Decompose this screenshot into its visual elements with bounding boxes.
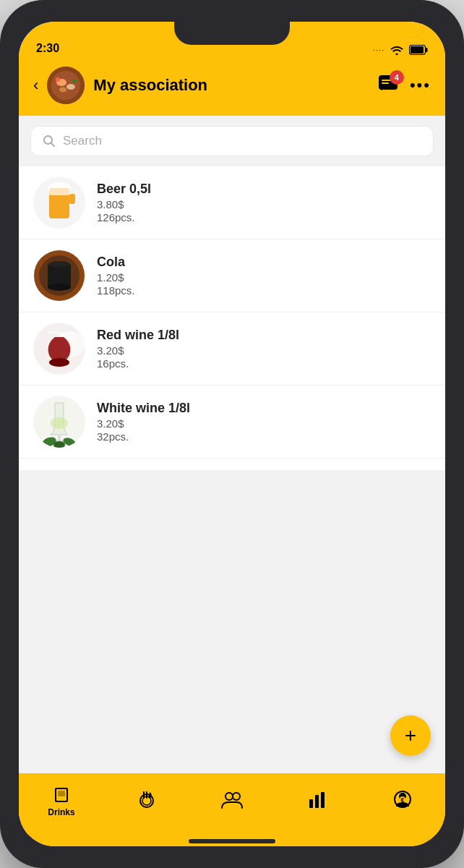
nav-item-stats[interactable] [275, 789, 360, 812]
svg-point-8 [56, 77, 60, 82]
stats-icon [307, 789, 327, 809]
item-price: 3.80$ [97, 198, 431, 210]
signal-dots-icon: ···· [373, 46, 384, 54]
item-name: Beer 0,5l [97, 182, 431, 197]
svg-rect-2 [426, 48, 428, 52]
bottom-navigation: Drinks [19, 773, 445, 846]
phone-screen: 2:30 ···· ‹ [19, 22, 445, 846]
svg-point-28 [49, 358, 69, 367]
search-icon [43, 135, 56, 148]
item-qty: 126pcs. [97, 211, 431, 224]
add-item-button[interactable]: + [390, 715, 431, 756]
list-item[interactable]: Cola 1.20$ 118pcs. [19, 239, 445, 312]
item-info-cola: Cola 1.20$ 118pcs. [97, 255, 431, 297]
svg-rect-19 [69, 194, 75, 204]
svg-text:€: € [400, 796, 404, 804]
svg-point-6 [66, 84, 75, 90]
item-name: Cola [97, 255, 431, 270]
header-title: My association [93, 76, 369, 95]
item-info-red-wine: Red wine 1/8l 3.20$ 16pcs. [97, 328, 431, 370]
battery-icon [409, 45, 428, 55]
status-icons: ···· [373, 45, 428, 55]
nav-item-profile[interactable]: € [360, 789, 445, 812]
nav-label-drinks: Drinks [48, 807, 74, 817]
item-image-cola [33, 250, 85, 302]
notification-badge: 4 [390, 70, 404, 85]
item-image-white-wine [33, 396, 85, 448]
item-qty: 118pcs. [97, 284, 431, 297]
item-qty: 32pcs. [97, 430, 431, 443]
header-actions: 4 ••• [378, 75, 431, 96]
svg-point-4 [51, 71, 80, 100]
header: ‹ My association [19, 59, 445, 116]
content-area: Beer 0,5l 3.80$ 126pcs. [19, 166, 445, 773]
phone-frame: 2:30 ···· ‹ [0, 0, 464, 868]
list-item[interactable]: Beer 0,5l 3.80$ 126pcs. [19, 166, 445, 239]
item-image-beer [33, 176, 85, 229]
back-button[interactable]: ‹ [33, 76, 38, 95]
notch [174, 22, 290, 45]
nav-item-members[interactable] [189, 789, 275, 812]
item-info-beer: Beer 0,5l 3.80$ 126pcs. [97, 182, 431, 224]
svg-point-30 [51, 417, 68, 429]
bottom-nav-bar: Drinks [19, 773, 445, 835]
item-name: Red wine 1/8l [97, 328, 431, 343]
svg-rect-18 [49, 188, 69, 195]
wifi-icon [390, 45, 403, 55]
nav-item-food[interactable] [104, 789, 189, 812]
item-image-red-wine [33, 323, 85, 375]
svg-point-24 [48, 284, 71, 291]
food-icon [137, 789, 157, 809]
item-name: White wine 1/8l [97, 401, 431, 416]
empty-area: + [19, 470, 445, 774]
list-item[interactable]: White wine 1/8l 3.20$ 32pcs. [19, 386, 445, 459]
avatar [47, 67, 85, 104]
svg-point-7 [59, 88, 66, 93]
search-box[interactable]: Search [30, 126, 434, 156]
drinks-icon [51, 784, 72, 804]
svg-point-41 [225, 793, 233, 800]
svg-line-15 [51, 143, 55, 147]
search-container: Search [19, 116, 445, 166]
item-price: 3.20$ [97, 344, 431, 357]
nav-item-drinks[interactable]: Drinks [19, 784, 104, 817]
svg-rect-45 [321, 792, 325, 808]
search-placeholder: Search [63, 134, 102, 148]
item-info-white-wine: White wine 1/8l 3.20$ 32pcs. [97, 401, 431, 443]
svg-rect-13 [382, 82, 389, 84]
more-options-button[interactable]: ••• [410, 76, 431, 95]
list-item[interactable]: Red wine 1/8l 3.20$ 16pcs. [19, 312, 445, 386]
svg-point-9 [73, 80, 77, 83]
svg-rect-1 [411, 46, 424, 54]
chat-button[interactable]: 4 [378, 75, 398, 96]
members-icon [220, 789, 244, 809]
item-qty: 16pcs. [97, 357, 431, 370]
svg-rect-38 [58, 791, 65, 796]
profile-icon: € [392, 789, 413, 809]
svg-rect-44 [315, 795, 319, 808]
home-indicator [189, 839, 275, 843]
item-price: 3.20$ [97, 417, 431, 430]
svg-point-42 [233, 793, 240, 800]
status-time: 2:30 [36, 42, 59, 55]
svg-rect-25 [53, 261, 66, 267]
svg-rect-43 [309, 799, 313, 808]
item-price: 1.20$ [97, 271, 431, 284]
items-list: Beer 0,5l 3.80$ 126pcs. [19, 166, 445, 470]
